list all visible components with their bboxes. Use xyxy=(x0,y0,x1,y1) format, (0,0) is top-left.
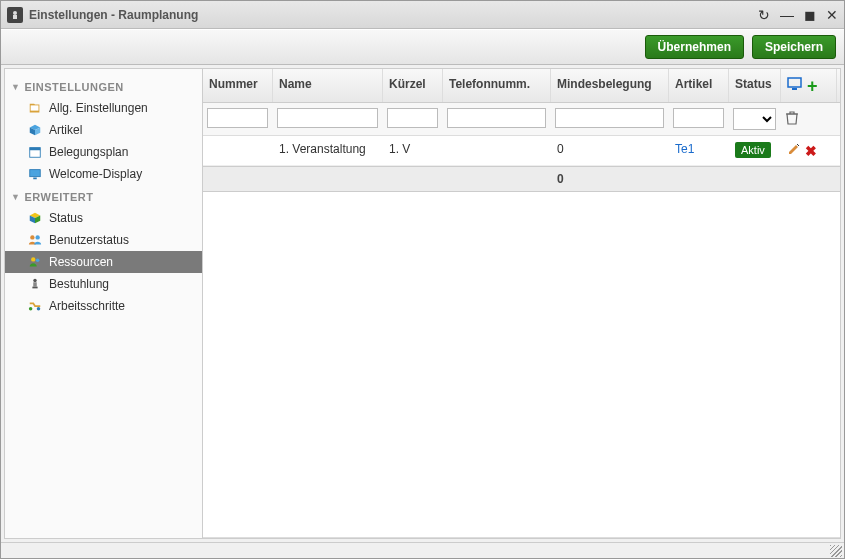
toolbar: Übernehmen Speichern xyxy=(1,29,844,65)
app-icon xyxy=(7,7,23,23)
cell-status: Aktiv xyxy=(729,136,781,165)
refresh-icon[interactable]: ↻ xyxy=(758,8,770,22)
svg-rect-1 xyxy=(13,15,17,19)
cell-artikel: Te1 xyxy=(669,136,729,165)
statusbar xyxy=(1,542,844,558)
monitor-icon xyxy=(27,166,43,182)
settings-window: Einstellungen - Raumplanung ↻ — ◼ ✕ Über… xyxy=(0,0,845,559)
sidebar-item-arbeitsschritte[interactable]: Arbeitsschritte xyxy=(5,295,202,317)
svg-point-14 xyxy=(31,257,35,261)
cell-mindesbelegung: 0 xyxy=(551,136,669,165)
sidebar-item-label: Belegungsplan xyxy=(49,145,128,159)
cell-name: 1. Veranstaltung xyxy=(273,136,383,165)
sidebar-item-label: Artikel xyxy=(49,123,82,137)
filter-status[interactable] xyxy=(733,108,776,130)
book-icon xyxy=(27,100,43,116)
svg-rect-17 xyxy=(33,282,37,286)
svg-rect-6 xyxy=(30,148,41,151)
svg-point-0 xyxy=(13,11,17,15)
cell-nummer xyxy=(203,136,273,165)
body: ▼ EINSTELLUNGEN Allg. Einstellungen Arti… xyxy=(4,68,841,539)
cube-icon xyxy=(27,122,43,138)
svg-point-19 xyxy=(29,307,33,311)
sidebar-item-label: Welcome-Display xyxy=(49,167,142,181)
monitor-icon[interactable] xyxy=(787,77,803,94)
sidebar-item-benutzerstatus[interactable]: Benutzerstatus xyxy=(5,229,202,251)
chair-icon xyxy=(27,276,43,292)
window-title: Einstellungen - Raumplanung xyxy=(29,8,758,22)
grid-header-row: Nummer Name Kürzel Telefonnumm. Mindesbe… xyxy=(203,69,840,103)
sidebar-item-belegungsplan[interactable]: Belegungsplan xyxy=(5,141,202,163)
apply-button[interactable]: Übernehmen xyxy=(645,35,744,59)
users-icon xyxy=(27,232,43,248)
status-badge: Aktiv xyxy=(735,142,771,158)
filter-nummer[interactable] xyxy=(207,108,268,128)
svg-point-13 xyxy=(35,235,39,239)
svg-point-16 xyxy=(33,279,37,283)
cell-telefon xyxy=(443,136,551,165)
sidebar-group-header-einstellungen[interactable]: ▼ EINSTELLUNGEN xyxy=(5,75,202,97)
calendar-icon xyxy=(27,144,43,160)
steps-icon xyxy=(27,298,43,314)
filter-telefon[interactable] xyxy=(447,108,546,128)
clear-filters-icon[interactable] xyxy=(785,110,799,129)
delete-icon[interactable]: ✖ xyxy=(805,143,817,159)
svg-rect-8 xyxy=(33,178,37,180)
sidebar-item-label: Arbeitsschritte xyxy=(49,299,125,313)
chevron-down-icon: ▼ xyxy=(11,82,20,92)
sidebar: ▼ EINSTELLUNGEN Allg. Einstellungen Arti… xyxy=(5,69,203,538)
table-row[interactable]: 1. Veranstaltung 1. V 0 Te1 Aktiv ✖ xyxy=(203,136,840,166)
grid-filter-row xyxy=(203,103,840,136)
col-header-artikel[interactable]: Artikel xyxy=(669,69,729,102)
cell-kuerzel: 1. V xyxy=(383,136,443,165)
window-controls: ↻ — ◼ ✕ xyxy=(758,8,838,22)
sidebar-item-welcome-display[interactable]: Welcome-Display xyxy=(5,163,202,185)
sidebar-item-status[interactable]: Status xyxy=(5,207,202,229)
col-header-kuerzel[interactable]: Kürzel xyxy=(383,69,443,102)
col-header-status[interactable]: Status xyxy=(729,69,781,102)
svg-point-15 xyxy=(36,259,40,263)
sidebar-item-artikel[interactable]: Artikel xyxy=(5,119,202,141)
sidebar-item-label: Benutzerstatus xyxy=(49,233,129,247)
summary-mindesbelegung: 0 xyxy=(551,167,669,191)
grid-body: 1. Veranstaltung 1. V 0 Te1 Aktiv ✖ xyxy=(203,136,840,537)
sidebar-item-allg-einstellungen[interactable]: Allg. Einstellungen xyxy=(5,97,202,119)
edit-icon[interactable] xyxy=(787,142,801,159)
col-header-mindesbelegung[interactable]: Mindesbelegung xyxy=(551,69,669,102)
sidebar-item-label: Bestuhlung xyxy=(49,277,109,291)
col-header-nummer[interactable]: Nummer xyxy=(203,69,273,102)
svg-rect-7 xyxy=(30,170,41,177)
main-panel: Nummer Name Kürzel Telefonnumm. Mindesbe… xyxy=(203,69,840,538)
close-button[interactable]: ✕ xyxy=(826,8,838,22)
filter-mindesbelegung[interactable] xyxy=(555,108,664,128)
add-icon[interactable]: + xyxy=(807,79,818,93)
sidebar-item-label: Ressourcen xyxy=(49,255,113,269)
filter-kuerzel[interactable] xyxy=(387,108,438,128)
svg-point-12 xyxy=(30,235,34,239)
cell-actions: ✖ xyxy=(781,136,837,165)
sidebar-item-ressourcen[interactable]: Ressourcen xyxy=(5,251,202,273)
resources-grid: Nummer Name Kürzel Telefonnumm. Mindesbe… xyxy=(203,69,840,538)
people-icon xyxy=(27,254,43,270)
sidebar-group-header-erweitert[interactable]: ▼ ERWEITERT xyxy=(5,185,202,207)
svg-rect-21 xyxy=(788,78,801,87)
resize-grip[interactable] xyxy=(830,545,842,557)
chevron-down-icon: ▼ xyxy=(11,192,20,202)
svg-rect-18 xyxy=(32,287,37,289)
grid-summary-row: 0 xyxy=(203,166,840,192)
minimize-button[interactable]: — xyxy=(780,8,794,22)
filter-name[interactable] xyxy=(277,108,378,128)
sidebar-item-bestuhlung[interactable]: Bestuhlung xyxy=(5,273,202,295)
svg-rect-22 xyxy=(792,88,797,90)
save-button[interactable]: Speichern xyxy=(752,35,836,59)
cube-color-icon xyxy=(27,210,43,226)
svg-point-20 xyxy=(37,307,41,311)
maximize-button[interactable]: ◼ xyxy=(804,8,816,22)
col-header-telefon[interactable]: Telefonnumm. xyxy=(443,69,551,102)
titlebar: Einstellungen - Raumplanung ↻ — ◼ ✕ xyxy=(1,1,844,29)
artikel-link[interactable]: Te1 xyxy=(675,142,694,156)
col-header-name[interactable]: Name xyxy=(273,69,383,102)
sidebar-item-label: Allg. Einstellungen xyxy=(49,101,148,115)
filter-artikel[interactable] xyxy=(673,108,724,128)
col-header-actions: + xyxy=(781,69,837,102)
